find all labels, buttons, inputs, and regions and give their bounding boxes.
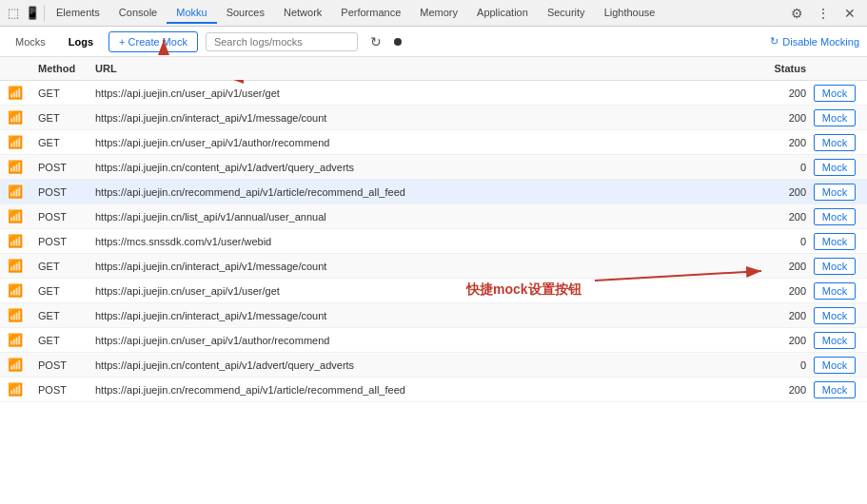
logs-table-container: Method URL Status 📶 GET https://api.juej… (0, 57, 867, 504)
mock-btn-cell[interactable]: Mock (810, 81, 867, 106)
col-method: Method (30, 57, 88, 81)
mock-button[interactable]: Mock (814, 357, 856, 374)
disable-mocking-label: Disable Mocking (782, 36, 859, 48)
create-mock-button[interactable]: + Create Mock (108, 31, 198, 52)
tab-memory[interactable]: Memory (410, 3, 467, 24)
logs-tab[interactable]: Logs (61, 33, 101, 50)
mock-btn-cell[interactable]: Mock (810, 204, 867, 229)
method-cell: POST (30, 378, 88, 402)
col-action (810, 57, 867, 81)
tab-performance[interactable]: Performance (331, 3, 410, 24)
mock-button[interactable]: Mock (814, 85, 856, 102)
mock-button[interactable]: Mock (814, 184, 856, 201)
mock-btn-cell[interactable]: Mock (810, 279, 867, 303)
tab-network[interactable]: Network (274, 3, 331, 24)
logs-table: Method URL Status 📶 GET https://api.juej… (0, 57, 867, 402)
method-cell: GET (30, 106, 88, 130)
url-cell: https://api.juejin.cn/user_api/v1/user/g… (88, 81, 753, 106)
method-cell: POST (30, 353, 88, 378)
method-cell: POST (30, 155, 88, 180)
devtools-topbar: ⬚ 📱 Elements Console Mokku Sources Netwo… (0, 0, 867, 27)
wifi-icon: 📶 (8, 358, 23, 372)
tab-lighthouse[interactable]: Lighthouse (595, 3, 665, 24)
mock-btn-cell[interactable]: Mock (810, 180, 867, 204)
tab-console[interactable]: Console (109, 3, 167, 24)
tab-mokku[interactable]: Mokku (167, 3, 216, 24)
method-cell: POST (30, 204, 88, 229)
url-cell: https://mcs.snssdk.com/v1/user/webid (88, 229, 753, 254)
divider (44, 5, 45, 22)
mock-button[interactable]: Mock (814, 307, 856, 324)
refresh-icon: ↻ (770, 35, 778, 48)
tab-security[interactable]: Security (538, 3, 595, 24)
wifi-icon-cell: 📶 (0, 81, 30, 106)
wifi-icon: 📶 (8, 234, 23, 248)
mock-button[interactable]: Mock (814, 233, 856, 250)
mock-button[interactable]: Mock (814, 282, 856, 300)
mock-btn-cell[interactable]: Mock (810, 130, 867, 155)
table-row: 📶 GET https://api.juejin.cn/user_api/v1/… (0, 81, 867, 106)
wifi-icon: 📶 (8, 382, 23, 397)
disable-mocking-button[interactable]: ↻ Disable Mocking (770, 35, 859, 48)
url-cell: https://api.juejin.cn/list_api/v1/annual… (88, 204, 753, 229)
wifi-icon: 📶 (8, 184, 23, 199)
wifi-icon-cell: 📶 (0, 353, 30, 378)
mock-btn-cell[interactable]: Mock (810, 106, 867, 130)
table-row: 📶 POST https://mcs.snssdk.com/v1/user/we… (0, 229, 867, 254)
table-header-row: Method URL Status (0, 57, 867, 81)
tab-sources[interactable]: Sources (217, 3, 274, 24)
status-cell: 200 (753, 106, 810, 130)
wifi-icon: 📶 (8, 283, 23, 298)
mock-button[interactable]: Mock (814, 258, 856, 275)
mock-button[interactable]: Mock (814, 332, 856, 349)
close-icon[interactable]: ✕ (840, 4, 859, 23)
more-icon[interactable]: ⋮ (814, 4, 833, 23)
mocks-tab[interactable]: Mocks (8, 33, 53, 50)
method-cell: GET (30, 328, 88, 353)
status-cell: 0 (753, 155, 810, 180)
mock-button[interactable]: Mock (814, 381, 856, 398)
col-url: URL (88, 57, 753, 81)
tab-application[interactable]: Application (467, 3, 538, 24)
settings-icon[interactable]: ⚙ (787, 4, 806, 23)
wifi-icon-cell: 📶 (0, 328, 30, 353)
table-row: 📶 POST https://api.juejin.cn/content_api… (0, 155, 867, 180)
table-row: 📶 GET https://api.juejin.cn/interact_api… (0, 254, 867, 279)
url-cell: https://api.juejin.cn/interact_api/v1/me… (88, 106, 753, 130)
table-row: 📶 GET https://api.juejin.cn/user_api/v1/… (0, 328, 867, 353)
refresh-button[interactable]: ↻ (365, 31, 386, 52)
status-cell: 200 (753, 180, 810, 204)
mock-btn-cell[interactable]: Mock (810, 378, 867, 402)
mock-button[interactable]: Mock (814, 109, 856, 126)
status-cell: 0 (753, 229, 810, 254)
status-cell: 0 (753, 353, 810, 378)
status-cell: 200 (753, 81, 810, 106)
wifi-icon: 📶 (8, 135, 23, 149)
url-cell: https://api.juejin.cn/recommend_api/v1/a… (88, 180, 753, 204)
search-input[interactable] (206, 32, 358, 51)
wifi-icon: 📶 (8, 308, 23, 322)
mock-button[interactable]: Mock (814, 159, 856, 176)
inspect-icon[interactable]: ⬚ (4, 4, 23, 23)
method-cell: GET (30, 254, 88, 279)
device-icon[interactable]: 📱 (23, 4, 42, 23)
wifi-icon: 📶 (8, 209, 23, 223)
mock-btn-cell[interactable]: Mock (810, 328, 867, 353)
wifi-icon-cell: 📶 (0, 378, 30, 402)
mock-button[interactable]: Mock (814, 208, 856, 225)
table-row: 📶 GET https://api.juejin.cn/interact_api… (0, 303, 867, 328)
method-cell: GET (30, 130, 88, 155)
url-cell: https://api.juejin.cn/user_api/v1/user/g… (88, 279, 753, 303)
wifi-icon-cell: 📶 (0, 229, 30, 254)
mock-btn-cell[interactable]: Mock (810, 254, 867, 279)
mock-btn-cell[interactable]: Mock (810, 229, 867, 254)
wifi-icon-cell: 📶 (0, 279, 30, 303)
mock-button[interactable]: Mock (814, 134, 856, 151)
status-dot (394, 38, 402, 46)
mock-btn-cell[interactable]: Mock (810, 155, 867, 180)
mock-btn-cell[interactable]: Mock (810, 353, 867, 378)
table-row: 📶 GET https://api.juejin.cn/user_api/v1/… (0, 130, 867, 155)
status-cell: 200 (753, 303, 810, 328)
tab-elements[interactable]: Elements (47, 3, 109, 24)
mock-btn-cell[interactable]: Mock (810, 303, 867, 328)
